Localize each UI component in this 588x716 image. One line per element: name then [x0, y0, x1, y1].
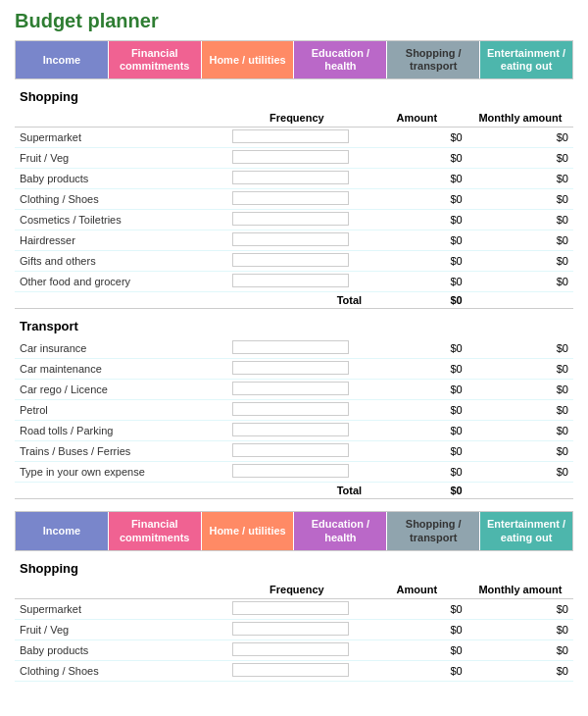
row-freq[interactable]	[227, 128, 368, 148]
table-row: Gifts and others $0 $0	[15, 251, 573, 272]
amount-header-2: Amount	[367, 581, 467, 599]
row-freq[interactable]	[227, 338, 368, 359]
table-row: Fruit / Veg $0 $0	[15, 619, 573, 639]
transport-total-row: Total $0	[15, 483, 573, 499]
row-label: Baby products	[15, 169, 227, 189]
table-row: Petrol $0 $0	[15, 400, 573, 421]
transport-total-label: Total	[15, 483, 367, 499]
row-freq[interactable]	[227, 272, 368, 292]
top-tab-bar: Income Financial commitments Home / util…	[15, 40, 573, 79]
shopping-table: Frequency Amount Monthly amount Supermar…	[15, 109, 573, 309]
row-amount: $0	[367, 338, 467, 359]
row-label: Supermarket	[15, 598, 227, 619]
row-monthly: $0	[467, 619, 573, 639]
row-amount: $0	[367, 462, 467, 483]
transport-section-title: Transport	[15, 319, 573, 333]
row-monthly: $0	[467, 169, 573, 189]
row-monthly: $0	[467, 148, 573, 169]
row-monthly: $0	[467, 462, 573, 483]
row-freq[interactable]	[227, 380, 368, 400]
shopping-section-title: Shopping	[15, 89, 573, 104]
empty-header-2	[15, 581, 227, 599]
row-monthly: $0	[467, 230, 573, 251]
row-amount: $0	[367, 210, 467, 230]
table-row: Supermarket $0 $0	[15, 598, 573, 619]
row-freq[interactable]	[227, 210, 368, 230]
table-row: Supermarket $0 $0	[15, 128, 573, 148]
row-amount: $0	[367, 189, 467, 210]
row-label: Car rego / Licence	[15, 380, 227, 400]
row-monthly: $0	[467, 639, 573, 660]
transport-total-monthly	[467, 483, 573, 499]
shopping-section-2-title: Shopping	[15, 561, 573, 576]
shopping-table-2: Frequency Amount Monthly amount Supermar…	[15, 581, 573, 682]
row-freq[interactable]	[227, 169, 368, 189]
row-label: Fruit / Veg	[15, 619, 227, 639]
row-amount: $0	[367, 639, 467, 660]
row-label: Other food and grocery	[15, 272, 227, 292]
page: Budget planner Income Financial commitme…	[0, 0, 588, 691]
row-monthly: $0	[467, 338, 573, 359]
row-freq[interactable]	[227, 189, 368, 210]
table-row: Car rego / Licence $0 $0	[15, 380, 573, 400]
row-freq[interactable]	[227, 400, 368, 421]
table-row: Car maintenance $0 $0	[15, 359, 573, 380]
bottom-tab-entertainment[interactable]: Entertainment / eating out	[480, 512, 572, 549]
tab-shopping[interactable]: Shopping / transport	[387, 41, 480, 78]
table-row: Trains / Buses / Ferries $0 $0	[15, 441, 573, 462]
page-title: Budget planner	[15, 10, 573, 32]
tab-entertainment[interactable]: Entertainment / eating out	[480, 41, 572, 78]
table-row: Car insurance $0 $0	[15, 338, 573, 359]
row-label: Clothing / Shoes	[15, 660, 227, 681]
table-row: Cosmetics / Toiletries $0 $0	[15, 210, 573, 230]
table-row: Hairdresser $0 $0	[15, 230, 573, 251]
row-label: Supermarket	[15, 128, 227, 148]
shopping-total-monthly	[467, 292, 573, 309]
row-freq[interactable]	[227, 660, 368, 681]
row-amount: $0	[367, 251, 467, 272]
row-monthly: $0	[467, 251, 573, 272]
row-amount: $0	[367, 441, 467, 462]
row-monthly: $0	[467, 210, 573, 230]
transport-section: Transport Car insurance $0 $0 Car mainte…	[15, 319, 573, 499]
row-label: Cosmetics / Toiletries	[15, 210, 227, 230]
tab-income[interactable]: Income	[16, 41, 109, 78]
row-freq[interactable]	[227, 251, 368, 272]
row-freq[interactable]	[227, 148, 368, 169]
row-label: Baby products	[15, 639, 227, 660]
bottom-tab-income[interactable]: Income	[16, 512, 109, 549]
shopping-total-row: Total $0	[15, 292, 573, 309]
tab-financial[interactable]: Financial commitments	[109, 41, 202, 78]
row-label: Gifts and others	[15, 251, 227, 272]
row-monthly: $0	[467, 128, 573, 148]
bottom-tab-home[interactable]: Home / utilities	[202, 512, 295, 549]
row-freq[interactable]	[227, 462, 368, 483]
row-freq[interactable]	[227, 421, 368, 441]
bottom-tab-shopping[interactable]: Shopping / transport	[387, 512, 480, 549]
row-amount: $0	[367, 619, 467, 639]
row-freq[interactable]	[227, 598, 368, 619]
tab-education[interactable]: Education / health	[294, 41, 387, 78]
row-label: Road tolls / Parking	[15, 421, 227, 441]
row-freq[interactable]	[227, 441, 368, 462]
row-freq[interactable]	[227, 639, 368, 660]
row-label: Trains / Buses / Ferries	[15, 441, 227, 462]
row-label: Clothing / Shoes	[15, 189, 227, 210]
table-row: Other food and grocery $0 $0	[15, 272, 573, 292]
empty-header	[15, 109, 227, 128]
row-freq[interactable]	[227, 230, 368, 251]
row-monthly: $0	[467, 380, 573, 400]
row-monthly: $0	[467, 272, 573, 292]
transport-total-value: $0	[367, 483, 467, 499]
shopping-section: Shopping Frequency Amount Monthly amount…	[15, 89, 573, 309]
row-amount: $0	[367, 421, 467, 441]
row-freq[interactable]	[227, 619, 368, 639]
shopping-total-value: $0	[367, 292, 467, 309]
bottom-tab-financial[interactable]: Financial commitments	[109, 512, 202, 549]
row-amount: $0	[367, 230, 467, 251]
row-freq[interactable]	[227, 359, 368, 380]
row-monthly: $0	[467, 359, 573, 380]
table-row: Fruit / Veg $0 $0	[15, 148, 573, 169]
tab-home[interactable]: Home / utilities	[202, 41, 295, 78]
bottom-tab-education[interactable]: Education / health	[294, 512, 387, 549]
